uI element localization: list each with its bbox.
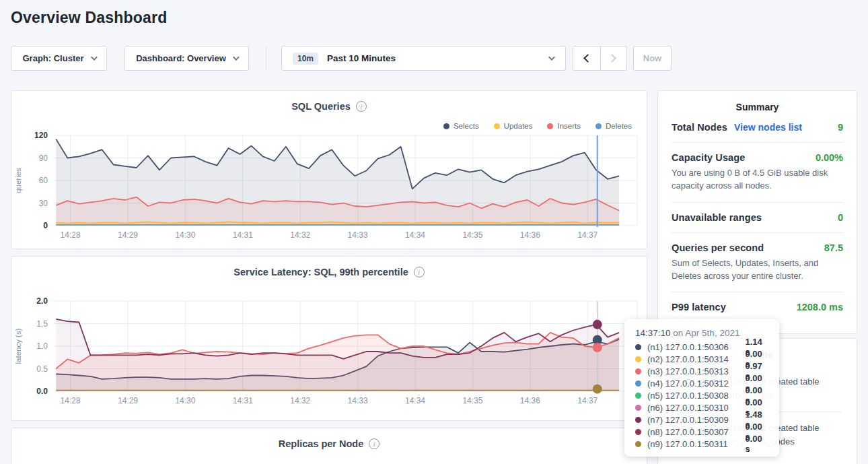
chart-tooltip: 14:37:10 on Apr 5th, 2021 (n1) 127.0.0.1… [624, 319, 779, 457]
svg-text:0: 0 [43, 221, 48, 230]
chevron-right-icon [608, 54, 616, 63]
p99-latency-row: P99 latency 1208.0 ms [672, 302, 843, 312]
svg-text:14:36: 14:36 [520, 230, 540, 240]
prev-time-button[interactable] [573, 46, 600, 70]
legend-dot [494, 123, 500, 129]
summary-panel: Summary Total Nodes View nodes list 9 Ca… [657, 90, 857, 334]
tooltip-node-label: (n4) 127.0.0.1:50312 [647, 378, 745, 389]
capacity-description: You are using 0 B of 4.5 GiB usable disk… [672, 167, 843, 193]
info-icon[interactable]: i [414, 267, 425, 277]
toolbar-divider [266, 46, 266, 71]
view-nodes-list-link[interactable]: View nodes list [734, 122, 802, 133]
tooltip-row: (n9) 127.0.0.1:50311 0.00 s [635, 438, 768, 450]
legend-item-inserts[interactable]: Inserts [547, 122, 581, 130]
legend-item-selects[interactable]: Selects [443, 122, 479, 130]
summary-title: Summary [672, 91, 843, 112]
chart-title: Service Latency: SQL, 99th percentile [233, 267, 408, 277]
series-color-dot [635, 417, 641, 423]
series-color-dot [635, 380, 641, 387]
svg-text:14:37: 14:37 [577, 396, 598, 405]
svg-text:14:32: 14:32 [290, 230, 310, 240]
divider [672, 202, 843, 203]
svg-text:14:34: 14:34 [405, 230, 425, 240]
svg-text:14:28: 14:28 [61, 230, 81, 240]
chevron-down-icon [90, 54, 97, 61]
graph-dropdown-label: Graph: Cluster [22, 53, 83, 63]
p99-latency-value: 1208.0 ms [797, 302, 843, 312]
tooltip-node-label: (n5) 127.0.0.1:50308 [647, 391, 745, 401]
unavailable-ranges-label: Unavailable ranges [672, 212, 762, 223]
svg-text:30: 30 [39, 199, 48, 208]
svg-text:14:35: 14:35 [462, 396, 482, 405]
svg-text:0.5: 0.5 [36, 364, 48, 374]
unavailable-ranges-row: Unavailable ranges 0 [672, 212, 843, 223]
time-range-dropdown[interactable]: 10m Past 10 Minutes [281, 46, 566, 71]
graph-dropdown[interactable]: Graph: Cluster [11, 46, 107, 71]
svg-text:120: 120 [34, 131, 48, 140]
legend-item-updates[interactable]: Updates [494, 122, 533, 130]
svg-text:14:32: 14:32 [290, 396, 310, 405]
unavailable-ranges-value: 0 [838, 212, 843, 223]
service-latency-chart-card: Service Latency: SQL, 99th percentile i … [11, 256, 647, 421]
legend-dot [547, 123, 553, 129]
capacity-label: Capacity Usage [672, 152, 745, 163]
capacity-row: Capacity Usage 0.00% [672, 152, 843, 163]
now-button[interactable]: Now [633, 46, 672, 71]
svg-text:14:33: 14:33 [348, 396, 368, 405]
svg-text:14:34: 14:34 [405, 396, 425, 405]
svg-text:14:35: 14:35 [462, 230, 482, 240]
legend-item-deletes[interactable]: Deletes [595, 122, 632, 130]
svg-text:0.0: 0.0 [36, 387, 48, 396]
chevron-down-icon [233, 54, 240, 61]
info-icon[interactable]: i [369, 438, 379, 449]
series-color-dot [635, 441, 641, 447]
svg-text:60: 60 [39, 176, 48, 185]
divider [672, 142, 843, 143]
service-latency-plot[interactable]: 14:2814:2914:3014:3114:3214:3314:3414:35… [11, 296, 648, 411]
sql-queries-chart-card: SQL Queries i Selects Updates Inserts De… [11, 90, 647, 249]
tooltip-node-label: (n2) 127.0.0.1:50314 [647, 354, 745, 364]
dashboard-dropdown-label: Dashboard: Overview [136, 53, 226, 63]
svg-text:latency (s): latency (s) [14, 328, 22, 364]
series-color-dot [635, 356, 641, 362]
chevron-down-icon [548, 54, 555, 61]
divider [672, 232, 843, 233]
svg-text:14:31: 14:31 [233, 396, 253, 405]
svg-text:14:36: 14:36 [520, 396, 540, 405]
legend-dot [443, 123, 449, 129]
tooltip-node-label: (n1) 127.0.0.1:50306 [647, 342, 745, 352]
chart-title: Replicas per Node [279, 438, 364, 449]
time-range-badge: 10m [293, 53, 318, 65]
svg-text:14:29: 14:29 [118, 230, 138, 240]
svg-text:90: 90 [39, 154, 48, 163]
legend-dot [595, 123, 602, 129]
total-nodes-value: 9 [838, 122, 843, 133]
next-time-button[interactable] [600, 46, 627, 70]
qps-row: Queries per second 87.5 [672, 242, 843, 253]
chart-title: SQL Queries [291, 101, 351, 112]
tooltip-node-label: (n7) 127.0.0.1:50309 [647, 415, 745, 425]
p99-latency-label: P99 latency [672, 302, 726, 312]
series-color-dot [635, 405, 641, 411]
toolbar: Graph: Cluster Dashboard: Overview 10m P… [0, 46, 868, 71]
svg-text:14:28: 14:28 [61, 396, 81, 405]
svg-text:14:31: 14:31 [233, 230, 253, 240]
svg-text:14:30: 14:30 [175, 396, 195, 405]
dashboard-dropdown[interactable]: Dashboard: Overview [124, 46, 249, 71]
info-icon[interactable]: i [356, 101, 367, 112]
tooltip-node-label: (n6) 127.0.0.1:50310 [647, 403, 745, 413]
svg-text:queries: queries [14, 168, 22, 193]
series-color-dot [635, 393, 641, 399]
series-color-dot [635, 429, 641, 435]
series-color-dot [635, 368, 641, 374]
replicas-per-node-chart-card: Replicas per Node i [11, 428, 647, 464]
qps-label: Queries per second [672, 242, 764, 253]
svg-text:14:30: 14:30 [175, 230, 195, 240]
tooltip-node-value: 0.00 s [745, 434, 768, 454]
tooltip-node-label: (n9) 127.0.0.1:50311 [647, 439, 745, 449]
divider [672, 292, 843, 292]
sql-queries-plot[interactable]: 14:2814:2914:3014:3114:3214:3314:3414:35… [11, 130, 648, 246]
capacity-value: 0.00% [816, 152, 843, 163]
tooltip-node-label: (n3) 127.0.0.1:50313 [647, 366, 745, 376]
chevron-left-icon [583, 54, 592, 63]
